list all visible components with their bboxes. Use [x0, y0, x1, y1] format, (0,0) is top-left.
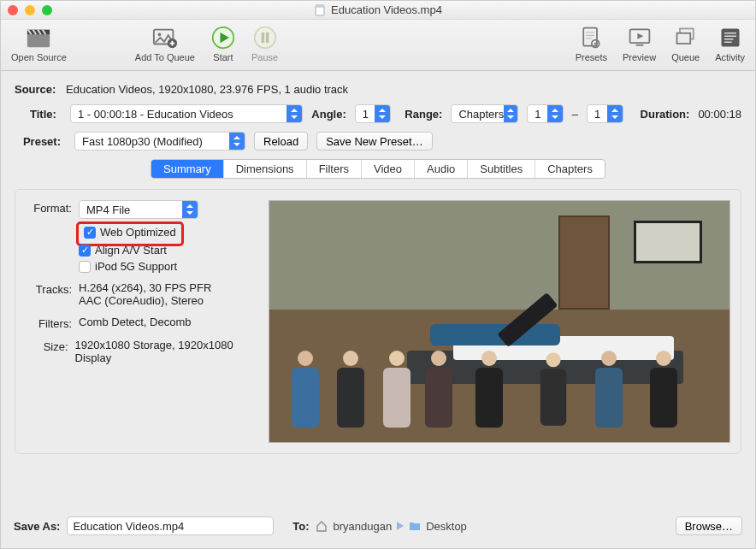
checkbox-icon — [84, 227, 96, 239]
minimize-icon[interactable] — [25, 5, 35, 15]
svg-rect-19 — [676, 33, 690, 44]
presets-button[interactable]: Presets — [576, 25, 607, 62]
play-icon — [210, 25, 236, 50]
size-label: Size: — [26, 339, 68, 353]
window-title-text: Education Videos.mp4 — [331, 3, 442, 16]
title-select-value: 1 - 00:00:18 - Education Videos — [78, 108, 286, 121]
format-label: Format: — [26, 200, 72, 215]
size-value: 1920x1080 Storage, 1920x1080 Display — [75, 339, 257, 364]
tab-summary[interactable]: Summary — [151, 160, 224, 178]
content: Source: Education Videos, 1920x1080, 23.… — [1, 71, 755, 454]
preview-button[interactable]: Preview — [623, 25, 656, 62]
close-icon[interactable] — [8, 5, 18, 15]
tab-chapters[interactable]: Chapters — [535, 160, 605, 178]
chevron-updown-icon — [229, 133, 245, 150]
preset-select[interactable]: Fast 1080p30 (Modified) — [74, 132, 245, 151]
align-av-label: Align A/V Start — [95, 244, 167, 257]
source-row: Source: Education Videos, 1920x1080, 23.… — [15, 83, 741, 96]
svg-rect-10 — [261, 32, 264, 43]
angle-select[interactable]: 1 — [355, 104, 392, 123]
clapperboard-icon — [26, 25, 51, 50]
add-to-queue-label: Add To Queue — [135, 52, 195, 62]
range-type-value: Chapters — [458, 108, 504, 121]
queue-button[interactable]: Queue — [671, 25, 700, 62]
save-new-preset-button[interactable]: Save New Preset… — [316, 132, 432, 151]
toolbar: Open Source Add To Queue Start Pause — [1, 20, 755, 71]
svg-point-14 — [594, 43, 597, 45]
path-user: bryandugan — [333, 520, 392, 533]
save-new-preset-label: Save New Preset… — [326, 135, 422, 148]
path-folder: Desktop — [426, 520, 467, 533]
pause-label: Pause — [251, 52, 278, 62]
tab-subtitles[interactable]: Subtitles — [468, 160, 535, 178]
svg-marker-32 — [233, 143, 240, 146]
activity-button[interactable]: Activity — [715, 25, 745, 62]
reload-label: Reload — [263, 135, 298, 148]
range-label: Range: — [405, 108, 442, 121]
preview-label: Preview — [623, 52, 656, 62]
tabs: Summary Dimensions Filters Video Audio S… — [151, 159, 605, 179]
home-icon — [316, 520, 328, 532]
title-select[interactable]: 1 - 00:00:18 - Education Videos — [70, 104, 303, 123]
checkbox-icon — [79, 245, 91, 257]
chevron-updown-icon — [375, 105, 390, 122]
svg-point-5 — [157, 32, 161, 36]
destination-path[interactable]: bryandugan Desktop — [316, 520, 466, 533]
angle-value: 1 — [363, 108, 375, 121]
open-source-button[interactable]: Open Source — [11, 25, 67, 62]
zoom-icon[interactable] — [42, 5, 52, 15]
window-controls — [8, 5, 52, 15]
align-av-checkbox[interactable]: Align A/V Start — [79, 244, 198, 257]
svg-marker-30 — [611, 115, 618, 119]
summary-panel: Format: MP4 File Web Optimized — [15, 189, 741, 454]
tab-bar: Summary Dimensions Filters Video Audio S… — [15, 159, 741, 179]
monitor-play-icon — [627, 25, 653, 50]
preset-label: Preset: — [15, 135, 61, 148]
svg-marker-26 — [507, 115, 514, 119]
format-select[interactable]: MP4 File — [79, 200, 198, 219]
svg-marker-16 — [637, 33, 643, 39]
add-to-queue-button[interactable]: Add To Queue — [135, 25, 195, 62]
web-optimized-checkbox[interactable]: Web Optimized — [84, 226, 176, 239]
document-gear-icon — [578, 25, 604, 50]
presets-label: Presets — [576, 52, 607, 62]
range-from-select[interactable]: 1 — [527, 104, 564, 123]
window-title: Education Videos.mp4 — [1, 3, 755, 16]
title-label: Title: — [15, 108, 56, 121]
reload-button[interactable]: Reload — [254, 132, 308, 151]
tab-video[interactable]: Video — [362, 160, 415, 178]
tracks-label: Tracks: — [26, 281, 72, 296]
source-label: Source: — [15, 83, 61, 96]
range-to-value: 1 — [594, 108, 607, 121]
filters-label: Filters: — [26, 316, 72, 330]
svg-rect-0 — [316, 5, 324, 15]
svg-marker-31 — [233, 136, 240, 139]
svg-marker-27 — [552, 109, 558, 112]
format-value: MP4 File — [86, 204, 182, 216]
svg-marker-35 — [397, 522, 404, 530]
tracks-line2: AAC (CoreAudio), Stereo — [79, 294, 211, 307]
pause-icon — [252, 25, 278, 50]
preset-row: Preset: Fast 1080p30 (Modified) Reload S… — [15, 132, 741, 151]
chevron-right-icon — [397, 522, 404, 530]
chevron-updown-icon — [607, 105, 623, 122]
tab-dimensions[interactable]: Dimensions — [224, 160, 307, 178]
ipod-checkbox[interactable]: iPod 5G Support — [79, 260, 198, 273]
angle-label: Angle: — [311, 108, 346, 121]
pause-button[interactable]: Pause — [251, 25, 278, 62]
summary-left: Format: MP4 File Web Optimized — [26, 200, 257, 443]
saveas-input[interactable]: Education Videos.mp4 — [67, 517, 274, 535]
browse-button[interactable]: Browse… — [676, 517, 742, 535]
chevron-updown-icon — [286, 105, 302, 122]
range-to-select[interactable]: 1 — [587, 104, 623, 123]
tab-filters[interactable]: Filters — [307, 160, 362, 178]
range-type-select[interactable]: Chapters — [451, 104, 518, 123]
tab-audio[interactable]: Audio — [415, 160, 468, 178]
title-row: Title: 1 - 00:00:18 - Education Videos A… — [15, 104, 741, 123]
start-button[interactable]: Start — [210, 25, 236, 62]
titlebar: Education Videos.mp4 — [1, 1, 755, 20]
checkbox-icon — [79, 261, 91, 273]
open-source-label: Open Source — [11, 52, 67, 62]
image-plus-icon — [152, 25, 178, 50]
document-icon — [314, 4, 326, 16]
